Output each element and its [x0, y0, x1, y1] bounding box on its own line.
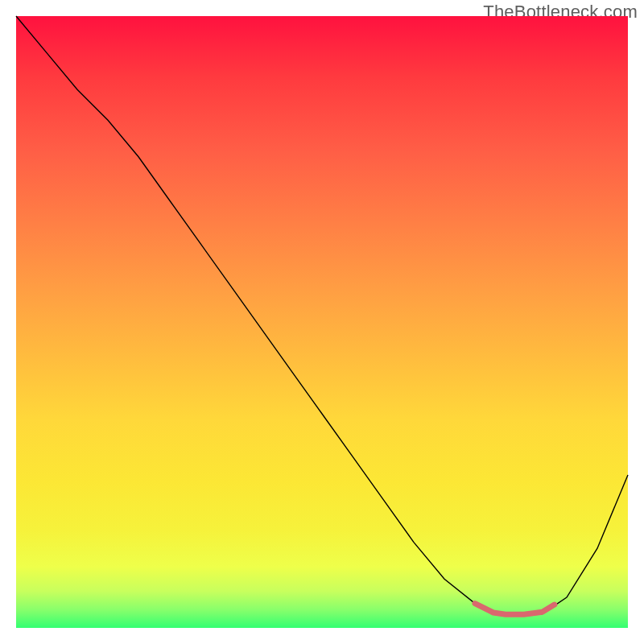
- chart-stage: TheBottleneck.com: [0, 0, 644, 644]
- optimal-zone: [475, 604, 555, 615]
- curve-svg: [16, 16, 628, 628]
- plot-area: [16, 16, 628, 628]
- bottleneck-curve: [16, 16, 628, 615]
